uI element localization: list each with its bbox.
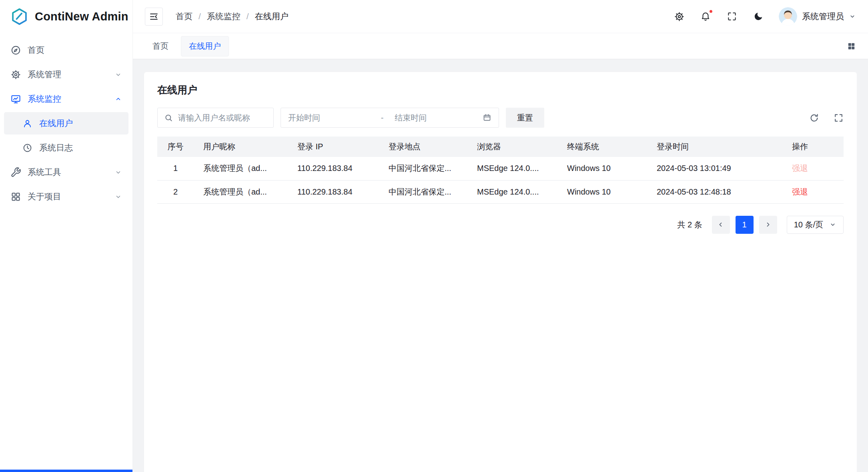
sidebar-item-label: 首页 [28,44,122,56]
breadcrumb-separator: / [247,12,249,21]
calendar-icon [483,113,491,122]
cell-ip: 110.229.183.84 [288,180,379,203]
chevron-down-icon [849,13,856,20]
toolbar: 开始时间 - 结束时间 重置 [157,108,844,128]
sidebar-item-system-logs[interactable]: 系统日志 [4,137,128,159]
header-actions: 系统管理员 [673,7,856,26]
user-name: 系统管理员 [802,11,844,22]
cell-nickname: 系统管理员（ad... [194,180,288,203]
date-range-separator: - [376,113,389,123]
sidebar-item-system-management[interactable]: 系统管理 [4,63,128,86]
column-header-location: 登录地点 [379,137,467,157]
chevron-up-icon [114,95,122,103]
expand-icon[interactable] [834,113,844,123]
breadcrumb-item[interactable]: 系统监控 [207,11,241,22]
sidebar-item-about-project[interactable]: 关于项目 [4,185,128,208]
chevron-down-icon [114,193,122,201]
bell-icon[interactable] [700,10,712,22]
sidebar-item-online-users[interactable]: 在线用户 [4,112,128,135]
force-logout-button[interactable]: 强退 [792,164,808,173]
reset-button[interactable]: 重置 [506,108,544,128]
column-header-index: 序号 [157,137,194,157]
continew-logo-icon [10,8,28,26]
compass-icon [10,45,21,56]
chevron-down-icon [114,71,122,78]
tool-icon [10,167,21,178]
tab-online-users[interactable]: 在线用户 [181,36,229,56]
sidebar-item-system-monitor[interactable]: 系统监控 [4,88,128,110]
cell-location: 中国河北省保定... [379,180,467,203]
user-menu[interactable]: 系统管理员 [779,7,856,26]
online-users-table: 序号 用户昵称 登录 IP 登录地点 浏览器 终端系统 登录时间 操作 [157,137,844,204]
column-header-browser: 浏览器 [467,137,557,157]
settings-icon[interactable] [673,10,685,22]
cell-index: 1 [157,157,194,180]
monitor-icon [10,94,21,104]
sidebar-menu: 首页 系统管理 系统监控 [0,33,132,208]
sidebar: ContiNew Admin 首页 系统管理 [0,0,133,472]
breadcrumb-item[interactable]: 首页 [176,11,192,22]
page-size-select[interactable]: 10 条/页 [787,216,844,234]
table-header-row: 序号 用户昵称 登录 IP 登录地点 浏览器 终端系统 登录时间 操作 [157,137,844,157]
date-range-picker[interactable]: 开始时间 - 结束时间 [281,108,499,128]
chevron-left-icon [717,221,725,229]
breadcrumb-separator: / [198,12,201,21]
sidebar-item-label: 关于项目 [28,191,114,202]
column-header-os: 终端系统 [557,137,647,157]
column-header-ip: 登录 IP [288,137,379,157]
app-title: ContiNew Admin [35,10,128,23]
notification-badge-dot [709,9,713,14]
cell-os: Windows 10 [557,157,647,180]
sidebar-item-label: 系统日志 [39,142,122,153]
sidebar-item-system-tools[interactable]: 系统工具 [4,161,128,183]
cell-os: Windows 10 [557,180,647,203]
app-logo[interactable]: ContiNew Admin [0,0,132,33]
pagination-next-button[interactable] [759,216,777,234]
pagination-page-1[interactable]: 1 [736,216,754,234]
pagination-prev-button[interactable] [712,216,730,234]
menu-fold-icon [149,12,159,22]
pagination: 共 2 条 1 10 条/页 [157,216,844,234]
main-column: 首页 / 系统监控 / 在线用户 [133,0,868,472]
date-end-placeholder: 结束时间 [388,112,483,123]
chevron-right-icon [764,221,772,229]
sidebar-item-label: 在线用户 [39,118,122,129]
sidebar-item-home[interactable]: 首页 [4,39,128,61]
table-row: 1 系统管理员（ad... 110.229.183.84 中国河北省保定... … [157,157,844,180]
gear-icon [10,69,21,80]
sidebar-item-label: 系统工具 [28,167,114,178]
breadcrumb-item-current: 在线用户 [255,11,289,22]
cell-nickname: 系统管理员（ad... [194,157,288,180]
tab-home[interactable]: 首页 [145,36,176,56]
pagination-total: 共 2 条 [677,219,702,230]
online-users-card: 在线用户 开始时间 - 结束时间 [144,72,857,472]
cell-ip: 110.229.183.84 [288,157,379,180]
user-icon [22,118,33,129]
sidebar-bottom-accent [0,470,132,472]
page-title: 在线用户 [157,83,844,96]
cell-index: 2 [157,180,194,203]
sidebar-item-label: 系统管理 [28,69,114,80]
force-logout-button[interactable]: 强退 [792,187,808,196]
search-text-field[interactable] [178,113,267,123]
column-header-login-time: 登录时间 [647,137,782,157]
tab-bar: 首页 在线用户 [133,33,868,59]
grid-icon[interactable] [847,42,856,51]
column-header-actions: 操作 [782,137,844,157]
moon-icon[interactable] [752,10,764,22]
sidebar-collapse-button[interactable] [145,8,163,26]
column-header-nickname: 用户昵称 [194,137,288,157]
refresh-icon[interactable] [809,113,819,123]
cell-login-time: 2024-05-03 13:01:49 [647,157,782,180]
content-area: 在线用户 开始时间 - 结束时间 [133,59,868,472]
breadcrumb: 首页 / 系统监控 / 在线用户 [176,11,289,22]
cell-login-time: 2024-05-03 12:48:18 [647,180,782,203]
search-icon [164,113,173,123]
fullscreen-icon[interactable] [726,10,738,22]
cell-browser: MSEdge 124.0.... [467,180,557,203]
sidebar-item-label: 系统监控 [28,93,114,104]
cell-location: 中国河北省保定... [379,157,467,180]
search-input[interactable] [157,108,274,128]
avatar [779,7,797,26]
chevron-down-icon [829,221,836,228]
